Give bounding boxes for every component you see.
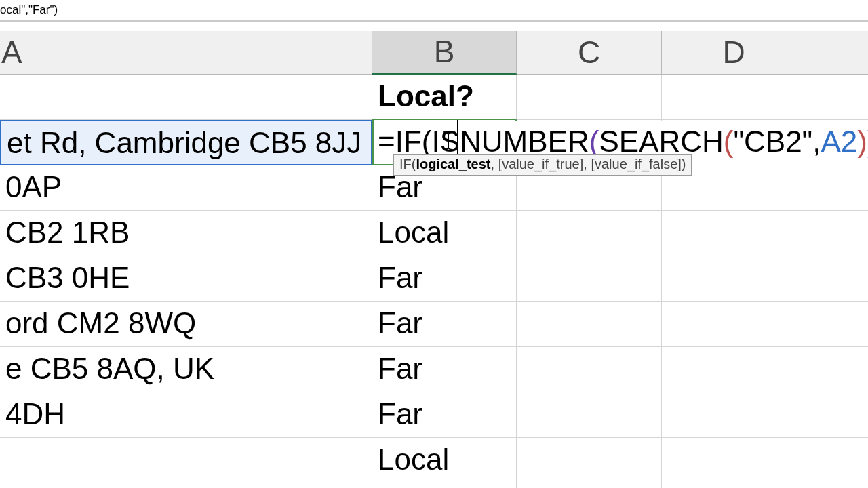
cell[interactable] <box>0 75 372 120</box>
formula-eq: = <box>378 125 395 158</box>
cell-header-local[interactable]: Local? <box>372 75 517 120</box>
cell[interactable]: 4DH <box>0 392 372 438</box>
column-header-e[interactable] <box>806 30 868 75</box>
formula-string: "CB2" <box>733 125 812 158</box>
formula-comma: , <box>812 125 821 158</box>
cell[interactable] <box>372 483 517 488</box>
cell[interactable] <box>806 347 868 392</box>
cell-text: CB3 0HE <box>5 261 130 294</box>
table-row: ord CM2 8WQ Far <box>0 302 868 347</box>
cell[interactable] <box>662 256 806 302</box>
cell[interactable]: ord CM2 8WQ <box>0 302 372 347</box>
table-row: CB2 1RB Local <box>0 211 868 256</box>
cell-text: ord CM2 8WQ <box>5 306 196 340</box>
cell[interactable] <box>806 483 868 488</box>
tooltip-arg[interactable]: [value_if_false] <box>591 157 681 171</box>
cell[interactable] <box>517 211 662 256</box>
cell-text: Local <box>378 443 449 476</box>
cell-text: 0AP <box>5 170 62 203</box>
cell[interactable] <box>517 302 662 347</box>
cell-text: Far <box>378 306 422 340</box>
cell[interactable] <box>806 75 868 120</box>
cell[interactable] <box>517 75 662 120</box>
rows-container: Local? et Rd, Cambridge CB5 8JJ =IF(ISNU… <box>0 75 868 488</box>
cell[interactable]: 0AP <box>0 165 372 211</box>
formula-bar[interactable]: ocal","Far") <box>0 0 868 20</box>
cell[interactable] <box>662 347 806 392</box>
cell[interactable] <box>662 483 806 488</box>
cell[interactable]: CB2 1RB <box>0 211 372 256</box>
column-header-label: D <box>722 34 745 70</box>
cell[interactable]: e CB5 8AQ, UK <box>0 347 372 392</box>
cell[interactable] <box>517 256 662 302</box>
cell[interactable] <box>517 483 662 488</box>
cell-text: Far <box>378 352 422 385</box>
cell-text: e CB5 8AQ, UK <box>5 352 214 385</box>
spreadsheet-grid[interactable]: A B C D Local? et Rd, Cambridge CB5 8JJ <box>0 30 868 488</box>
formula-fn-search: SEARCH <box>599 125 723 158</box>
cell[interactable]: Far <box>372 392 517 438</box>
cell[interactable] <box>662 438 806 483</box>
cell[interactable]: Local <box>372 211 517 256</box>
table-row: CB3 0HE Far <box>0 256 868 302</box>
cell-referenced-a2[interactable]: et Rd, Cambridge CB5 8JJ <box>0 120 372 165</box>
tooltip-arg-current[interactable]: logical_test <box>416 157 490 171</box>
cell[interactable] <box>517 392 662 438</box>
formula-fn-isnum: ISNUMBER <box>431 125 589 158</box>
column-header-label: C <box>578 34 600 70</box>
column-header-label: A <box>1 34 22 70</box>
cell[interactable]: Local <box>372 438 517 483</box>
table-row: 4DH Far <box>0 392 868 438</box>
cell-text: Local? <box>378 79 474 113</box>
column-header-b[interactable]: B <box>372 30 517 75</box>
divider <box>0 20 868 24</box>
column-header-c[interactable]: C <box>517 30 662 75</box>
cell-text: Far <box>378 261 422 294</box>
cell[interactable] <box>662 302 806 347</box>
cell[interactable] <box>517 347 662 392</box>
column-header-label: B <box>434 33 455 70</box>
cell[interactable]: Far <box>372 256 517 302</box>
cell[interactable] <box>806 302 868 347</box>
cell[interactable] <box>662 392 806 438</box>
cell[interactable] <box>806 438 868 483</box>
table-row <box>0 483 868 488</box>
cell[interactable] <box>0 483 372 488</box>
formula-bar-text: ocal","Far") <box>0 3 58 16</box>
cell[interactable] <box>806 392 868 438</box>
cell-text: et Rd, Cambridge CB5 8JJ <box>7 126 361 159</box>
column-headers-row: A B C D <box>0 30 868 75</box>
cell-text: 4DH <box>5 397 65 430</box>
cell[interactable] <box>517 438 662 483</box>
cell-text: Far <box>378 397 422 430</box>
formula-fn-if: IF <box>395 125 422 158</box>
cell[interactable] <box>662 75 806 120</box>
cell[interactable]: CB3 0HE <box>0 256 372 302</box>
formula-ref: A2 <box>821 125 857 158</box>
cell[interactable] <box>806 165 868 211</box>
cell[interactable]: Far <box>372 347 517 392</box>
table-row: Local? <box>0 75 868 120</box>
cell[interactable] <box>0 438 372 483</box>
cell[interactable] <box>662 211 806 256</box>
cell-text: Local <box>378 216 449 249</box>
cell-text: CB2 1RB <box>5 216 130 249</box>
function-tooltip[interactable]: IF(logical_test, [value_if_true], [value… <box>393 154 692 176</box>
cell[interactable] <box>806 256 868 302</box>
tooltip-arg[interactable]: [value_if_true] <box>498 157 584 171</box>
column-header-d[interactable]: D <box>662 30 806 75</box>
cell[interactable] <box>806 211 868 256</box>
column-header-a[interactable]: A <box>0 30 372 75</box>
table-row: e CB5 8AQ, UK Far <box>0 347 868 392</box>
cell[interactable]: Far <box>372 302 517 347</box>
tooltip-fn-name: IF <box>399 157 412 171</box>
table-row: Local <box>0 438 868 483</box>
